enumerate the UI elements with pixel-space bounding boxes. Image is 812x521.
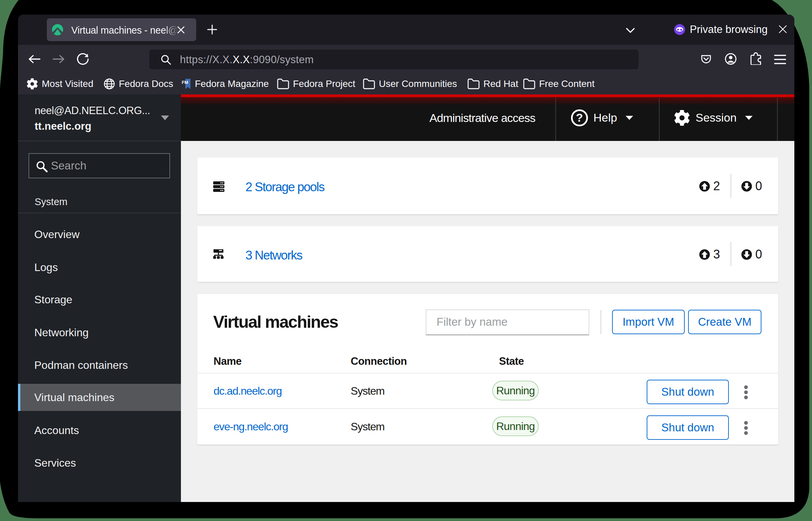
svg-text:?: ? <box>576 111 583 124</box>
svg-text:FM: FM <box>182 80 188 85</box>
